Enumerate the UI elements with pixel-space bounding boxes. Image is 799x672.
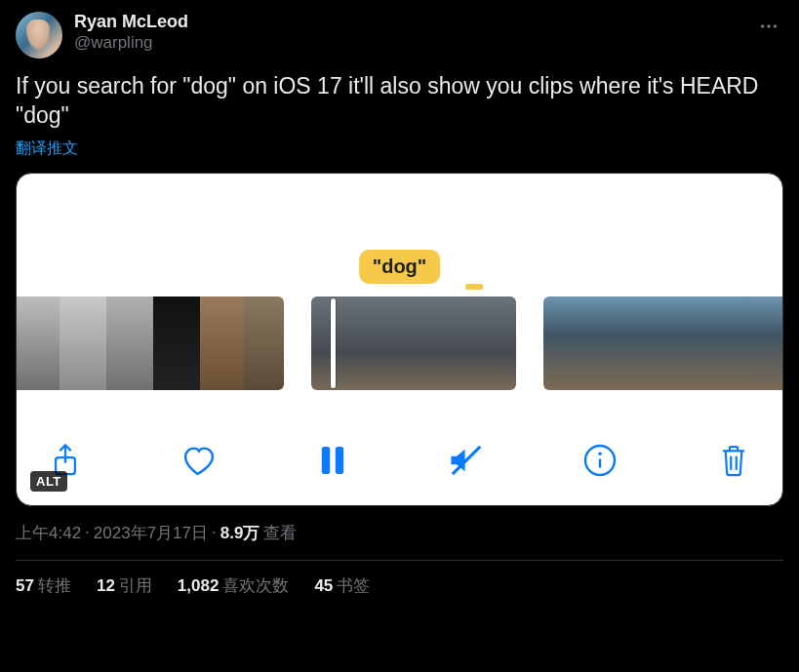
alt-badge[interactable]: ALT <box>30 471 67 492</box>
stat-retweets[interactable]: 57转推 <box>16 574 71 597</box>
meta-row: 上午4:42 · 2023年7月17日 · 8.9万 查看 <box>16 522 783 544</box>
stat-label: 引用 <box>119 576 152 595</box>
clip-frame <box>710 296 752 390</box>
stat-count: 57 <box>16 576 34 595</box>
stat-quotes[interactable]: 12引用 <box>97 574 152 597</box>
clip-frame <box>243 296 284 390</box>
info-button[interactable] <box>579 439 621 482</box>
ellipsis-icon <box>758 16 779 37</box>
clip[interactable] <box>543 296 782 390</box>
clip-frame <box>585 296 627 390</box>
stat-count: 1,082 <box>178 576 220 595</box>
trash-icon <box>718 443 749 478</box>
stat-label: 书签 <box>337 576 370 595</box>
stat-label: 喜欢次数 <box>222 576 289 595</box>
clip-frame <box>200 296 243 390</box>
caption-pill: "dog" <box>359 250 441 284</box>
stat-bookmarks[interactable]: 45书签 <box>314 574 370 597</box>
dot: · <box>85 523 90 542</box>
media-toolbar <box>44 439 755 482</box>
clip[interactable] <box>311 296 516 390</box>
media-card[interactable]: "dog" <box>16 173 783 506</box>
svg-point-2 <box>774 24 778 28</box>
author-block[interactable]: Ryan McLeod @warpling <box>74 12 742 53</box>
like-button[interactable] <box>178 439 220 482</box>
mute-icon <box>447 444 486 477</box>
tweet: Ryan McLeod @warpling If you search for … <box>0 0 799 611</box>
clip-frame <box>106 296 153 390</box>
clip-frame <box>380 296 448 390</box>
clip-frame <box>752 296 782 390</box>
stat-count: 12 <box>97 576 115 595</box>
handle: @warpling <box>74 33 742 53</box>
dot: · <box>212 523 217 542</box>
info-icon <box>582 443 618 478</box>
clip-frame <box>627 296 669 390</box>
clip[interactable] <box>17 296 284 390</box>
display-name: Ryan McLeod <box>74 12 742 33</box>
clip-frame <box>17 296 60 390</box>
tweet-date[interactable]: 2023年7月17日 <box>94 522 208 544</box>
stat-count: 45 <box>314 576 333 595</box>
svg-rect-5 <box>336 447 343 474</box>
stats-row: 57转推 12引用 1,082喜欢次数 45书签 <box>16 561 783 611</box>
mute-button[interactable] <box>445 439 488 482</box>
seek-marker <box>465 284 483 290</box>
clip-frame <box>311 296 380 390</box>
clip-row <box>17 296 782 390</box>
pause-button[interactable] <box>311 439 354 482</box>
tweet-text: If you search for "dog" on iOS 17 it'll … <box>16 72 783 131</box>
delete-button[interactable] <box>712 439 755 482</box>
views-count: 8.9万 <box>220 522 260 544</box>
clip-frame <box>153 296 200 390</box>
clip-frame <box>60 296 106 390</box>
stat-label: 转推 <box>38 576 71 595</box>
heart-icon <box>180 444 218 477</box>
clip-frame <box>543 296 585 390</box>
svg-point-0 <box>761 24 765 28</box>
playhead[interactable] <box>331 298 336 388</box>
clip-frame <box>448 296 516 390</box>
svg-point-8 <box>598 452 602 455</box>
avatar[interactable] <box>16 12 62 59</box>
more-button[interactable] <box>754 12 783 41</box>
stat-likes[interactable]: 1,082喜欢次数 <box>178 574 290 597</box>
svg-point-1 <box>767 24 771 28</box>
svg-rect-4 <box>322 447 330 474</box>
tweet-time[interactable]: 上午4:42 <box>16 522 81 544</box>
translate-link[interactable]: 翻译推文 <box>16 138 783 159</box>
tweet-header: Ryan McLeod @warpling <box>16 12 783 59</box>
clip-frame <box>669 296 711 390</box>
pause-icon <box>319 444 346 477</box>
views-label: 查看 <box>263 522 297 544</box>
